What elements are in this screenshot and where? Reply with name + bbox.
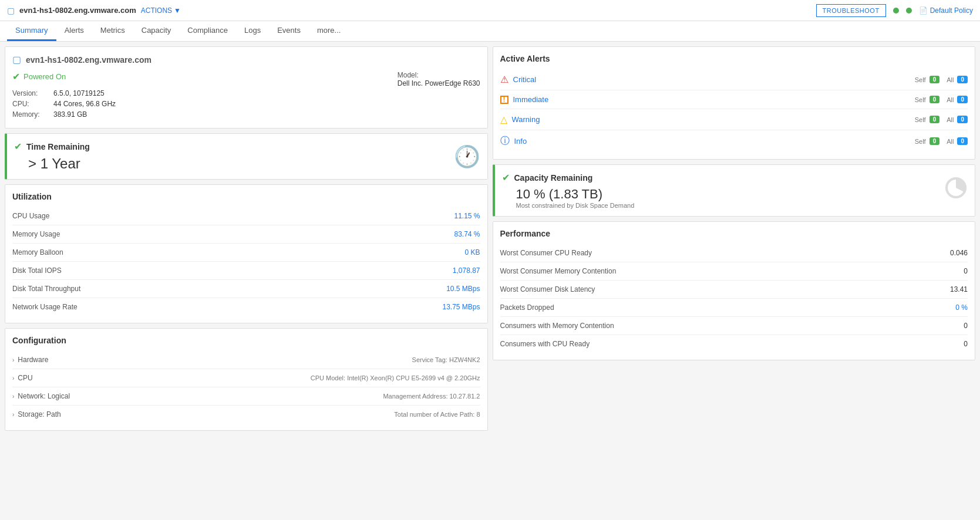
actions-button[interactable]: ACTIONS ▼: [141, 6, 181, 15]
critical-self-badge: 0: [930, 76, 940, 83]
util-row-0: CPU Usage 11.15 %: [12, 207, 480, 225]
tab-summary[interactable]: Summary: [7, 21, 56, 41]
host-left-info: ✔ Powered On Version: 6.5.0, 10719125 CP…: [12, 71, 116, 121]
pie-chart-icon: [944, 176, 968, 205]
perf-row-1: Worst Consumer Memory Contention 0: [500, 262, 968, 281]
warning-all-badge: 0: [957, 116, 968, 123]
config-row-2: › Network: Logical Management Address: 1…: [12, 387, 480, 406]
utilization-card: Utilization CPU Usage 11.15 % Memory Usa…: [5, 184, 488, 323]
host-title: evn1-hs1-0802.eng.vmware.com: [26, 55, 151, 65]
clock-icon: 🕐: [454, 144, 480, 169]
default-policy-link[interactable]: 📄 Default Policy: [919, 6, 973, 15]
perf-row-3: Packets Dropped 0 %: [500, 299, 968, 317]
util-row-2: Memory Balloon 0 KB: [12, 244, 480, 262]
immediate-label[interactable]: Immediate: [513, 95, 549, 104]
status-dot-green2: [906, 8, 912, 13]
top-bar-right: TROUBLESHOOT 📄 Default Policy: [816, 4, 973, 17]
chevron-right-icon-0: ›: [12, 357, 14, 363]
config-row-1: › CPU CPU Model: Intel(R) Xeon(R) CPU E5…: [12, 369, 480, 387]
top-bar-left: ▢ evn1-hs1-0802.eng.vmware.com ACTIONS ▼: [7, 6, 181, 15]
status-dot-green: [893, 8, 899, 13]
util-row-5: Network Usage Rate 13.75 MBps: [12, 298, 480, 316]
right-column: Active Alerts ⚠ Critical Self 0 All 0 !: [493, 46, 976, 431]
time-remaining-card: ✔ Time Remaining > 1 Year 🕐: [5, 133, 488, 180]
capacity-check-icon: ✔: [502, 172, 510, 183]
critical-all-badge: 0: [957, 76, 968, 83]
host-name: evn1-hs1-0802.eng.vmware.com: [19, 6, 136, 15]
check-circle-icon: ✔: [14, 141, 22, 152]
tab-metrics[interactable]: Metrics: [92, 21, 133, 41]
tab-capacity[interactable]: Capacity: [133, 21, 180, 41]
chevron-down-icon: ▼: [174, 6, 181, 15]
host-icon: ▢: [7, 6, 15, 15]
policy-icon: 📄: [919, 6, 928, 15]
immediate-all-badge: 0: [957, 96, 968, 103]
info-self-badge: 0: [930, 137, 940, 145]
capacity-sub: Most constrained by Disk Space Demand: [502, 202, 635, 209]
active-alerts-card: Active Alerts ⚠ Critical Self 0 All 0 !: [493, 46, 976, 160]
alert-row-critical: ⚠ Critical Self 0 All 0: [500, 69, 968, 90]
chevron-right-icon-1: ›: [12, 375, 14, 381]
critical-icon: ⚠: [500, 74, 508, 85]
utilization-title: Utilization: [12, 192, 480, 201]
perf-row-5: Consumers with CPU Ready 0: [500, 335, 968, 353]
performance-card: Performance Worst Consumer CPU Ready 0.0…: [493, 221, 976, 360]
warning-icon: △: [500, 114, 507, 125]
capacity-value: 10 % (1.83 TB): [502, 187, 635, 202]
host-info-card: ▢ evn1-hs1-0802.eng.vmware.com ✔ Powered…: [5, 46, 488, 129]
util-row-4: Disk Total Throughput 10.5 MBps: [12, 280, 480, 298]
alert-row-warning: △ Warning Self 0 All 0: [500, 109, 968, 130]
warning-label[interactable]: Warning: [512, 115, 540, 124]
config-row-0: › Hardware Service Tag: HZW4NK2: [12, 351, 480, 369]
tab-compliance[interactable]: Compliance: [179, 21, 236, 41]
info-all-badge: 0: [957, 137, 968, 145]
time-remaining-header: ✔ Time Remaining: [14, 141, 90, 152]
chevron-right-icon-2: ›: [12, 393, 14, 400]
powered-check-icon: ✔: [12, 71, 20, 82]
configuration-card: Configuration › Hardware Service Tag: HZ…: [5, 328, 488, 431]
immediate-icon: !: [500, 96, 508, 104]
host-header: ▢ evn1-hs1-0802.eng.vmware.com: [12, 54, 480, 65]
power-status: ✔ Powered On: [12, 71, 116, 82]
alerts-title: Active Alerts: [500, 54, 968, 63]
cpu-row: CPU: 44 Cores, 96.8 GHz: [12, 100, 116, 108]
tab-logs[interactable]: Logs: [236, 21, 269, 41]
info-label[interactable]: Info: [514, 137, 527, 146]
config-row-3: › Storage: Path Total number of Active P…: [12, 406, 480, 423]
perf-row-4: Consumers with Memory Contention 0: [500, 317, 968, 335]
perf-row-0: Worst Consumer CPU Ready 0.046: [500, 244, 968, 262]
tab-more[interactable]: more...: [309, 21, 349, 41]
time-remaining-value: > 1 Year: [14, 156, 90, 172]
tab-events[interactable]: Events: [269, 21, 309, 41]
nav-tabs: Summary Alerts Metrics Capacity Complian…: [0, 21, 980, 42]
top-bar: ▢ evn1-hs1-0802.eng.vmware.com ACTIONS ▼…: [0, 0, 980, 21]
time-remaining-content: ✔ Time Remaining > 1 Year: [14, 141, 90, 172]
info-icon: ⓘ: [500, 135, 510, 147]
capacity-remaining-card: ✔ Capacity Remaining 10 % (1.83 TB) Most…: [493, 164, 976, 217]
critical-label[interactable]: Critical: [513, 75, 537, 84]
capacity-header: ✔ Capacity Remaining: [502, 172, 635, 183]
config-title: Configuration: [12, 336, 480, 345]
alert-row-info: ⓘ Info Self 0 All 0: [500, 130, 968, 152]
main-content: ▢ evn1-hs1-0802.eng.vmware.com ✔ Powered…: [0, 42, 980, 435]
performance-title: Performance: [500, 229, 968, 238]
memory-row: Memory: 383.91 GB: [12, 110, 116, 119]
util-row-3: Disk Total IOPS 1,078.87: [12, 262, 480, 280]
chevron-right-icon-3: ›: [12, 411, 14, 418]
tab-alerts[interactable]: Alerts: [56, 21, 92, 41]
server-icon: ▢: [12, 54, 21, 65]
immediate-self-badge: 0: [930, 96, 940, 103]
alert-row-immediate: ! Immediate Self 0 All 0: [500, 90, 968, 109]
troubleshoot-button[interactable]: TROUBLESHOOT: [816, 4, 886, 17]
perf-row-2: Worst Consumer Disk Latency 13.41: [500, 281, 968, 299]
host-details: Version: 6.5.0, 10719125 CPU: 44 Cores, …: [12, 89, 116, 119]
left-column: ▢ evn1-hs1-0802.eng.vmware.com ✔ Powered…: [5, 46, 488, 431]
version-row: Version: 6.5.0, 10719125: [12, 89, 116, 97]
model-section: Model: Dell Inc. PowerEdge R630: [398, 71, 480, 87]
util-row-1: Memory Usage 83.74 %: [12, 225, 480, 244]
warning-self-badge: 0: [930, 116, 940, 123]
host-info-grid: ✔ Powered On Version: 6.5.0, 10719125 CP…: [12, 71, 480, 121]
